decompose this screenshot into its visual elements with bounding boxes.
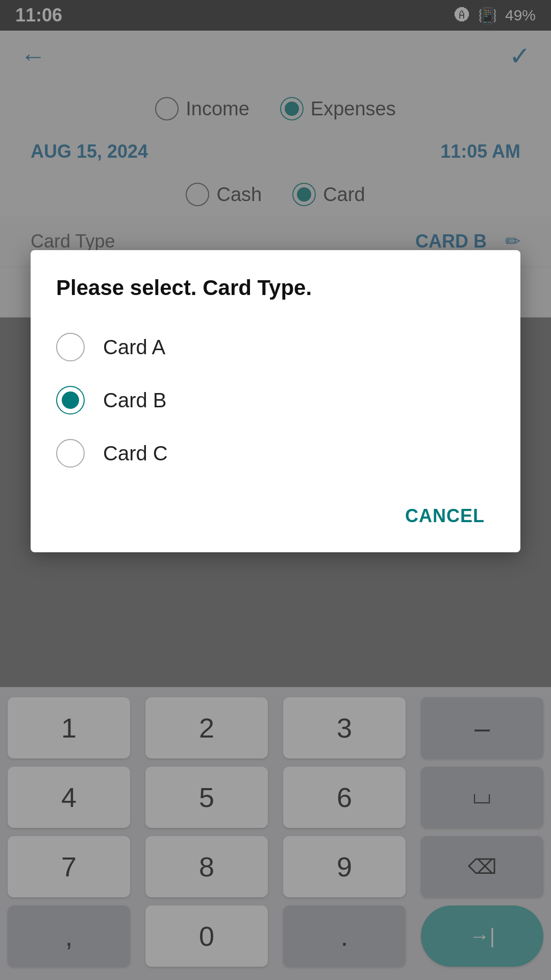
dialog-title: Please select. Card Type. (56, 276, 495, 300)
cancel-button[interactable]: CANCEL (395, 500, 495, 532)
card-type-dialog: Please select. Card Type. Card A Card B … (31, 250, 520, 552)
card-c-label: Card C (103, 442, 168, 465)
card-b-option[interactable]: Card B (56, 374, 495, 427)
card-c-radio[interactable] (56, 439, 85, 468)
dialog-actions: CANCEL (56, 500, 495, 532)
card-c-option[interactable]: Card C (56, 427, 495, 480)
card-a-label: Card A (103, 336, 165, 359)
card-a-radio[interactable] (56, 333, 85, 361)
card-a-option[interactable]: Card A (56, 321, 495, 374)
card-b-radio[interactable] (56, 386, 85, 414)
card-b-label: Card B (103, 389, 167, 412)
